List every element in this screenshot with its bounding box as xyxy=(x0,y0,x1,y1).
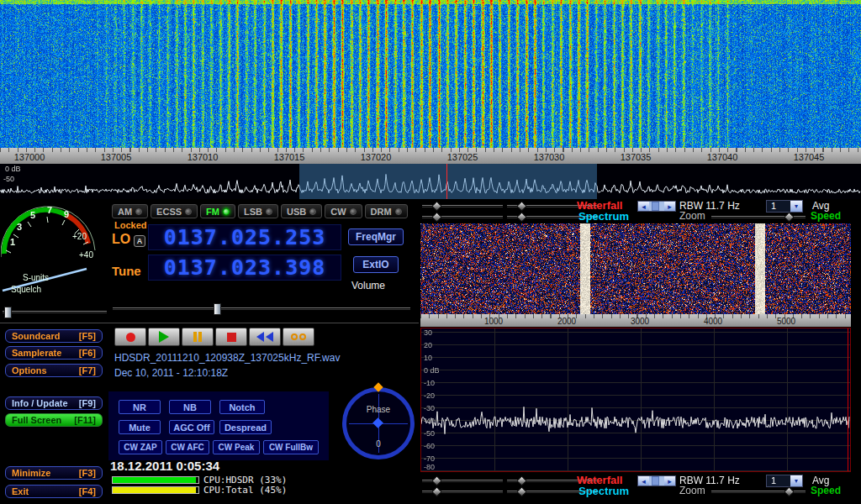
s-meter-label-7: 7 xyxy=(47,205,52,215)
nb-button[interactable]: NB xyxy=(169,400,211,414)
nb-label: NB xyxy=(183,402,197,412)
cw-peak-label: CW Peak xyxy=(219,443,255,452)
slider-thumb[interactable] xyxy=(516,212,527,223)
info-update-button[interactable]: Info / Update [F9] xyxy=(5,396,103,410)
slider-thumb[interactable] xyxy=(431,486,442,497)
soundcard-button[interactable]: Soundcard [F5] xyxy=(5,329,103,343)
pan-scrollbar-top[interactable]: ◂ ▸ xyxy=(637,201,676,212)
freq-label-137030: 137030 xyxy=(534,152,565,162)
scroll-left-button[interactable]: ◂ xyxy=(638,476,649,486)
slider-thumb[interactable] xyxy=(431,212,442,223)
phase-label: Phase xyxy=(346,405,410,414)
right-spectrum-display[interactable]: 30 20 10 0 dB -10 -20 -30 -40 -50 -60 -7… xyxy=(420,328,851,472)
squelch-slider[interactable] xyxy=(3,311,107,313)
mode-button-usb[interactable]: USB xyxy=(281,204,322,218)
waterfall-brightness-slider-top[interactable] xyxy=(422,205,503,207)
notch-label: Notch xyxy=(229,402,255,412)
lo-frequency-display[interactable]: 0137.025.253 xyxy=(148,224,341,250)
mute-button[interactable]: Mute xyxy=(119,420,161,434)
scroll-left-button[interactable]: ◂ xyxy=(638,202,649,211)
scroll-right-button[interactable]: ▸ xyxy=(664,202,675,211)
pause-button[interactable] xyxy=(182,328,214,346)
mode-button-cw[interactable]: CW xyxy=(325,204,362,218)
right-waterfall-canvas[interactable] xyxy=(420,223,851,314)
squelch-slider-thumb[interactable] xyxy=(4,307,12,318)
loop-button[interactable] xyxy=(283,328,314,346)
minimize-button[interactable]: Minimize [F3] xyxy=(5,466,103,480)
record-button[interactable] xyxy=(114,328,146,346)
slider-thumb[interactable] xyxy=(516,201,527,212)
freqmgr-button[interactable]: FreqMgr xyxy=(348,228,404,245)
extio-button[interactable]: ExtIO xyxy=(353,256,399,273)
panel-divider xyxy=(0,323,419,323)
fullscreen-button[interactable]: Full Screen [F11] xyxy=(5,413,103,427)
samplerate-button[interactable]: Samplerate [F6] xyxy=(5,346,103,360)
pan-scrollbar-bottom[interactable]: ◂ ▸ xyxy=(637,475,676,486)
squelch-label: Squelch xyxy=(11,285,41,294)
rewind-button[interactable] xyxy=(249,328,281,346)
lo-a-badge[interactable]: A xyxy=(134,235,145,247)
scroll-right-button[interactable]: ▸ xyxy=(664,476,675,486)
tune-frequency-display[interactable]: 0137.023.398 xyxy=(148,255,341,281)
frequency-scale[interactable]: 137000 137005 137010 137015 137020 13702… xyxy=(0,148,861,164)
scroll-track[interactable] xyxy=(649,476,664,486)
slider-thumb[interactable] xyxy=(516,486,527,497)
cw-afc-button[interactable]: CW AFC xyxy=(166,440,209,454)
cw-zap-button[interactable]: CW ZAP xyxy=(119,440,162,454)
main-waterfall-canvas[interactable] xyxy=(0,0,861,148)
right-spectrum-canvas[interactable] xyxy=(421,328,850,471)
main-spectrum-display[interactable]: 0 dB -50 xyxy=(0,164,861,199)
slider-thumb[interactable] xyxy=(784,212,795,223)
scroll-thumb[interactable] xyxy=(652,202,659,211)
cpu-total-text: CPU:Total (45%) xyxy=(203,485,287,496)
exit-button-key: [F4] xyxy=(79,486,96,496)
soundcard-button-label: Soundcard xyxy=(12,331,60,341)
scroll-track[interactable] xyxy=(649,202,664,211)
mode-button-am[interactable]: AM xyxy=(112,204,148,218)
volume-slider[interactable] xyxy=(113,307,410,310)
mode-button-ecss[interactable]: ECSS xyxy=(151,204,198,218)
zoom-slider-top[interactable] xyxy=(711,216,806,218)
mode-cw-led-icon xyxy=(350,208,357,215)
volume-slider-thumb[interactable] xyxy=(214,303,221,315)
soundcard-button-key: [F5] xyxy=(79,331,96,341)
spectrum-range-slider-top[interactable] xyxy=(422,216,503,218)
volume-label: Volume xyxy=(351,280,385,291)
stop-button[interactable] xyxy=(215,328,247,346)
cw-fullbw-button[interactable]: CW FullBw xyxy=(263,440,319,454)
mode-button-drm[interactable]: DRM xyxy=(365,204,408,218)
spectrum-db-0-label: 0 dB xyxy=(5,165,21,173)
agc-off-button[interactable]: AGC Off xyxy=(169,420,214,434)
s-meter-label-9: 9 xyxy=(64,209,69,219)
s-units-label: S-units xyxy=(23,273,49,282)
mode-button-lsb[interactable]: LSB xyxy=(238,204,278,218)
slider-thumb[interactable] xyxy=(516,475,527,486)
dropdown-arrow-icon[interactable]: ▾ xyxy=(790,475,802,486)
notch-button[interactable]: Notch xyxy=(219,400,265,414)
exit-button[interactable]: Exit [F4] xyxy=(5,485,103,498)
recording-datestamp: Dec 10, 2011 - 12:10:18Z xyxy=(114,367,228,379)
avg-select-top[interactable]: 1 ▾ xyxy=(766,200,803,213)
slider-thumb[interactable] xyxy=(431,201,442,212)
db-label-m60: -60 xyxy=(424,443,435,450)
lo-frequency-value: 0137.025.253 xyxy=(164,225,326,249)
samplerate-button-label: Samplerate xyxy=(12,348,61,358)
zoom-slider-bottom[interactable] xyxy=(711,491,806,493)
dropdown-arrow-icon[interactable]: ▾ xyxy=(790,201,802,212)
db-label-m20: -20 xyxy=(424,392,435,400)
cw-peak-button[interactable]: CW Peak xyxy=(213,440,260,454)
despread-button[interactable]: Despread xyxy=(219,420,272,434)
mode-lsb-led-icon xyxy=(266,208,272,215)
waterfall-brightness-slider-bottom[interactable] xyxy=(422,480,503,482)
slider-thumb[interactable] xyxy=(784,486,795,497)
options-button[interactable]: Options [F7] xyxy=(5,364,103,377)
mode-button-fm[interactable]: FM xyxy=(200,204,235,218)
main-spectrum-canvas[interactable] xyxy=(0,164,861,199)
scroll-thumb[interactable] xyxy=(652,476,659,486)
slider-thumb[interactable] xyxy=(431,475,442,486)
avg-select-bottom[interactable]: 1 ▾ xyxy=(766,475,803,487)
af-frequency-scale[interactable]: 1000 2000 3000 4000 5000 xyxy=(420,314,851,327)
play-button[interactable] xyxy=(148,328,180,346)
nr-button[interactable]: NR xyxy=(119,400,161,414)
spectrum-range-slider-bottom[interactable] xyxy=(422,491,503,493)
